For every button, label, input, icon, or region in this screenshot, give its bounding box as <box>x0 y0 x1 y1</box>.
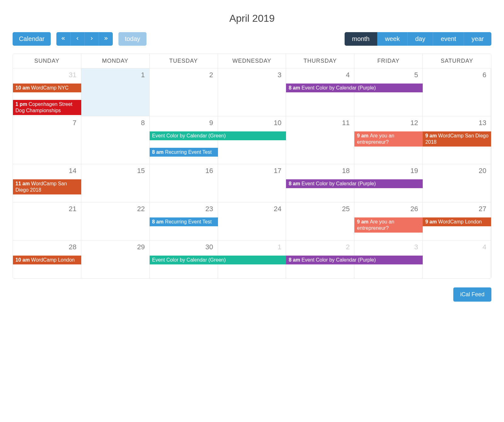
event-title: WordCamp NYC <box>31 85 69 90</box>
calendar-event[interactable]: 8 am Event Color by Calendar (Purple) <box>286 84 423 92</box>
day-cell[interactable]: 7 <box>13 116 81 164</box>
nav-button-group <box>56 32 113 46</box>
day-number: 25 <box>286 202 354 214</box>
day-cell[interactable]: 20 <box>423 164 491 202</box>
footer: iCal Feed <box>13 287 491 302</box>
day-number: 17 <box>218 164 286 176</box>
day-header: TUESDAY <box>150 54 218 68</box>
view-year-button[interactable]: year <box>464 32 491 46</box>
calendar-event[interactable]: 9 am WordCamp London <box>423 217 491 226</box>
calendar-event[interactable]: 8 am Recurring Event Test <box>150 217 218 226</box>
calendar-event[interactable]: 9 am Are you an entrepreneur? <box>354 217 423 233</box>
week-row: 282930123410 am WordCamp LondonEvent Col… <box>13 240 491 278</box>
day-cell[interactable]: 29 <box>81 240 150 278</box>
calendar-event[interactable]: Event Color by Calendar (Green) <box>150 256 286 264</box>
day-cell[interactable]: 1 <box>81 68 150 116</box>
day-cell[interactable]: 8 <box>81 116 150 164</box>
event-time: 8 am <box>152 149 165 155</box>
view-month-button[interactable]: month <box>345 32 378 46</box>
day-number: 20 <box>423 164 491 176</box>
day-number: 28 <box>13 240 81 252</box>
calendar-grid: SUNDAYMONDAYTUESDAYWEDNESDAYTHURSDAYFRID… <box>13 54 491 279</box>
day-number: 19 <box>354 164 422 176</box>
week-row: 78910111213Event Color by Calendar (Gree… <box>13 116 491 164</box>
event-title: WordCamp London <box>31 257 75 263</box>
day-number: 4 <box>286 68 354 80</box>
event-title: Event Color by Calendar (Green) <box>152 133 226 138</box>
day-cell[interactable]: 3 <box>218 68 286 116</box>
toolbar-left: Calendar today <box>13 32 146 46</box>
event-time: 11 am <box>15 181 31 186</box>
view-event-button[interactable]: event <box>433 32 464 46</box>
day-number: 30 <box>150 240 218 252</box>
chevron-double-left-icon <box>61 35 66 43</box>
day-number: 5 <box>354 68 422 80</box>
event-time: 9 am <box>357 133 370 138</box>
day-number: 12 <box>354 116 422 128</box>
day-number: 13 <box>423 116 491 128</box>
week-row: 3112345610 am WordCamp NYC1 pm Copenhage… <box>13 68 491 116</box>
calendar-event[interactable]: 8 am Event Color by Calendar (Purple) <box>286 179 423 188</box>
event-title: Event Color by Calendar (Purple) <box>301 257 376 263</box>
event-time: 9 am <box>425 133 438 138</box>
calendar-button[interactable]: Calendar <box>13 32 51 46</box>
day-cell[interactable]: 17 <box>218 164 286 202</box>
day-cell[interactable]: 24 <box>218 202 286 240</box>
prev-year-button[interactable] <box>56 32 71 46</box>
day-cell[interactable]: 6 <box>423 68 491 116</box>
day-cell[interactable]: 16 <box>150 164 218 202</box>
calendar-event[interactable]: 9 am WordCamp San Diego 2018 <box>423 131 491 147</box>
event-time: 8 am <box>289 181 301 186</box>
next-button[interactable] <box>85 32 99 46</box>
day-number: 29 <box>81 240 149 252</box>
calendar-event[interactable]: 8 am Recurring Event Test <box>150 148 218 157</box>
day-header: MONDAY <box>81 54 150 68</box>
day-header: SATURDAY <box>423 54 491 68</box>
day-number: 2 <box>286 240 354 252</box>
day-number: 1 <box>218 240 286 252</box>
event-time: 9 am <box>357 219 370 224</box>
day-cell[interactable]: 2 <box>150 68 218 116</box>
day-number: 11 <box>286 116 354 128</box>
calendar-event[interactable]: 11 am WordCamp San Diego 2018 <box>13 179 81 194</box>
today-button[interactable]: today <box>118 32 146 46</box>
view-switcher: month week day event year <box>345 32 491 46</box>
day-cell[interactable]: 25 <box>286 202 354 240</box>
day-number: 31 <box>13 68 81 80</box>
event-title: WordCamp London <box>438 219 482 224</box>
day-number: 14 <box>13 164 81 176</box>
toolbar: Calendar today <box>13 32 491 46</box>
day-header: FRIDAY <box>354 54 423 68</box>
prev-button[interactable] <box>71 32 85 46</box>
day-number: 7 <box>13 116 81 128</box>
calendar-event[interactable]: 8 am Event Color by Calendar (Purple) <box>286 256 423 264</box>
day-cell[interactable]: 15 <box>81 164 150 202</box>
week-row: 212223242526278 am Recurring Event Test9… <box>13 202 491 240</box>
day-cell[interactable]: 21 <box>13 202 81 240</box>
day-header: WEDNESDAY <box>218 54 286 68</box>
event-title: Recurring Event Test <box>165 149 212 155</box>
calendar-event[interactable]: 1 pm Copenhagen Street Dog Championships <box>13 100 81 115</box>
day-cell[interactable]: 22 <box>81 202 150 240</box>
day-number: 9 <box>150 116 218 128</box>
calendar-event[interactable]: Event Color by Calendar (Green) <box>150 131 286 140</box>
page-title: April 2019 <box>13 13 491 24</box>
event-title: Event Color by Calendar (Purple) <box>301 181 376 186</box>
calendar-event[interactable]: 9 am Are you an entrepreneur? <box>354 131 423 147</box>
event-time: 10 am <box>15 257 31 263</box>
view-day-button[interactable]: day <box>408 32 433 46</box>
day-number: 2 <box>150 68 218 80</box>
event-title: Event Color by Calendar (Purple) <box>301 85 376 90</box>
day-cell[interactable]: 4 <box>423 240 491 278</box>
calendar-event[interactable]: 10 am WordCamp London <box>13 256 81 264</box>
day-number: 21 <box>13 202 81 214</box>
view-week-button[interactable]: week <box>377 32 408 46</box>
chevron-double-right-icon <box>103 35 108 43</box>
next-year-button[interactable] <box>99 32 113 46</box>
day-cell[interactable]: 11 <box>286 116 354 164</box>
ical-feed-button[interactable]: iCal Feed <box>453 287 491 302</box>
day-number: 22 <box>81 202 149 214</box>
calendar-event[interactable]: 10 am WordCamp NYC <box>13 84 81 92</box>
event-time: 8 am <box>289 85 301 90</box>
event-time: 8 am <box>289 257 301 263</box>
